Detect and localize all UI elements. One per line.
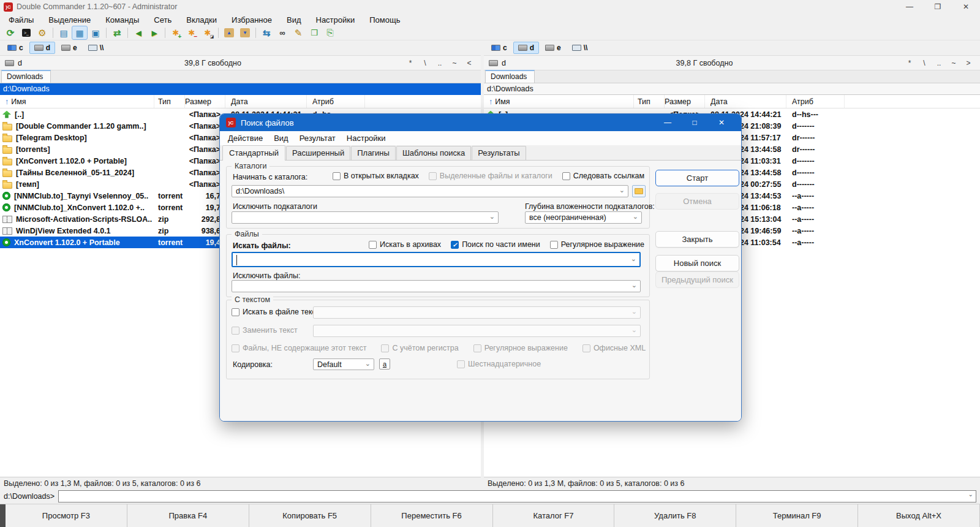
refresh[interactable]: ⟳ — [2, 26, 18, 40]
browse-folder-button[interactable] — [632, 185, 646, 197]
close-button[interactable]: Закрыть — [655, 231, 739, 248]
search[interactable]: ∞ — [274, 26, 290, 40]
column-size[interactable]: Размер — [185, 95, 225, 108]
checkbox-not-containing[interactable]: Файлы, НЕ содержащие этот текст — [232, 344, 366, 352]
tab-downloads[interactable]: Downloads — [485, 70, 535, 83]
column-attr[interactable]: Атриб — [307, 95, 365, 108]
select-group[interactable]: ✱ — [168, 26, 184, 40]
drive-c-button[interactable]: c — [2, 42, 28, 54]
separator[interactable] — [127, 28, 128, 38]
folder-tabs[interactable]: ❒ — [306, 26, 322, 40]
restore-button[interactable]: ❐ — [924, 0, 952, 13]
dialog-menu-item[interactable]: Настройки — [341, 134, 391, 143]
invert-selection[interactable]: ✱ — [200, 26, 216, 40]
exclude-dirs-combobox[interactable] — [232, 211, 499, 224]
separator[interactable] — [106, 28, 107, 38]
minimize-button[interactable]: — — [895, 0, 924, 13]
menu-item[interactable]: Файлы — [1, 15, 41, 25]
swap-panels[interactable]: ⇄ — [109, 26, 125, 40]
function-key-button[interactable]: Выход Alt+X — [858, 504, 980, 527]
replace-text-combobox[interactable] — [313, 325, 641, 337]
depth-combobox[interactable]: все (неограниченная) — [525, 211, 642, 224]
full-view[interactable]: ▦ — [72, 26, 88, 40]
home-button[interactable]: ~ — [947, 59, 960, 67]
function-key-button[interactable]: Терминал F9 — [736, 504, 858, 527]
checkbox-case-sensitive[interactable]: С учётом регистра — [381, 344, 458, 352]
right-path-bar[interactable]: d:\Downloads — [484, 83, 980, 95]
function-key-button[interactable]: Каталог F7 — [493, 504, 615, 527]
home-button[interactable]: ~ — [448, 59, 461, 67]
checkbox-partial-name[interactable]: Поиск по части имени — [451, 240, 540, 249]
dialog-tab[interactable]: Результаты — [472, 146, 526, 160]
menu-item[interactable]: Избранное — [224, 15, 279, 25]
root-button[interactable]: * — [903, 59, 916, 67]
go-back[interactable]: ◀ — [130, 26, 146, 40]
find-files-combobox[interactable] — [232, 252, 641, 267]
checkbox-find-text[interactable]: Искать в файле текст — [232, 308, 320, 316]
drive-e-button[interactable]: e — [56, 42, 82, 54]
pack[interactable]: ▲ — [221, 26, 237, 40]
encoding-combobox[interactable]: Default — [313, 358, 374, 370]
column-name[interactable]: ↑Имя — [0, 95, 154, 108]
column-type[interactable]: Тип — [634, 95, 665, 108]
start-button[interactable]: Старт — [655, 170, 739, 186]
separator[interactable] — [53, 28, 53, 38]
drive-d-button[interactable]: d — [29, 42, 55, 54]
drive-d-button[interactable]: d — [513, 42, 539, 54]
go-forward[interactable]: ▶ — [146, 26, 162, 40]
dialog-close-button[interactable]: ✕ — [708, 114, 735, 131]
left-path-bar[interactable]: d:\Downloads — [0, 83, 481, 95]
function-key-button[interactable]: Просмотр F3 — [6, 504, 127, 527]
dialog-tab[interactable]: Плагины — [351, 146, 396, 160]
dialog-menu-item[interactable]: Действие — [222, 134, 268, 143]
network-button[interactable]: \\ — [567, 42, 593, 54]
menu-item[interactable]: Сеть — [146, 15, 179, 25]
separator[interactable] — [255, 28, 256, 38]
find-text-combobox[interactable] — [313, 306, 641, 319]
copy-paths[interactable]: ⎘ — [322, 26, 338, 40]
dialog-tab[interactable]: Шаблоны поиска — [396, 146, 471, 160]
dialog-maximize-button[interactable]: □ — [681, 114, 708, 131]
terminal[interactable]: >_ — [18, 26, 34, 40]
network-button[interactable]: \\ — [83, 42, 109, 54]
options[interactable]: ⚙ — [34, 26, 50, 40]
thumbnails-view[interactable]: ▣ — [88, 26, 104, 40]
encoding-detect-button[interactable]: а — [379, 358, 390, 370]
checkbox-selected-files-dirs[interactable]: Выделенные файлы и каталоги — [429, 172, 552, 180]
new-search-button[interactable]: Новый поиск — [655, 255, 739, 271]
menu-item[interactable]: Команды — [98, 15, 146, 25]
menu-item[interactable]: Настройки — [309, 15, 363, 25]
unselect-group[interactable]: ✱ — [184, 26, 200, 40]
column-size[interactable]: Размер — [665, 95, 705, 108]
compare[interactable]: ⇆ — [258, 26, 274, 40]
menu-item[interactable]: Помощь — [362, 15, 407, 25]
goto-root-button[interactable]: \ — [418, 59, 432, 67]
column-type[interactable]: Тип — [154, 95, 185, 108]
close-button[interactable]: ✕ — [952, 0, 980, 13]
column-name[interactable]: ↑Имя — [484, 95, 634, 108]
column-attr[interactable]: Атриб — [786, 95, 845, 108]
function-key-button[interactable]: Правка F4 — [127, 504, 249, 527]
column-date[interactable]: Дата — [225, 95, 307, 108]
tab-downloads[interactable]: Downloads — [1, 70, 51, 83]
previous-search-button[interactable]: Предыдущий поиск — [655, 271, 739, 288]
dialog-minimize-button[interactable]: — — [654, 114, 681, 131]
dialog-tab[interactable]: Стандартный — [222, 145, 285, 161]
separator[interactable] — [165, 28, 165, 38]
menu-item[interactable]: Вкладки — [179, 15, 224, 25]
checkbox-regex-name[interactable]: Регулярное выражение — [550, 240, 644, 249]
mirror-path-button[interactable]: < — [462, 59, 476, 67]
drive-c-button[interactable]: c — [486, 42, 512, 54]
dialog-menu-item[interactable]: Вид — [268, 134, 294, 143]
checkbox-follow-symlinks[interactable]: Следовать ссылкам — [562, 172, 644, 180]
cancel-button[interactable]: Отмена — [655, 193, 739, 210]
start-dir-combobox[interactable]: d:\Downloads\ — [232, 185, 628, 197]
dialog-menu-item[interactable]: Результат — [294, 134, 341, 143]
function-key-button[interactable]: Удалить F8 — [614, 504, 736, 527]
checkbox-search-in-archives[interactable]: Искать в архивах — [369, 240, 441, 249]
multi-rename[interactable]: ✎ — [290, 26, 306, 40]
extract[interactable]: ▼ — [237, 26, 253, 40]
checkbox-regex-text[interactable]: Регулярное выражение — [473, 344, 568, 352]
checkbox-replace-text[interactable]: Заменить текст — [232, 326, 298, 335]
checkbox-hexadecimal[interactable]: Шестнадцатеричное — [457, 360, 541, 368]
